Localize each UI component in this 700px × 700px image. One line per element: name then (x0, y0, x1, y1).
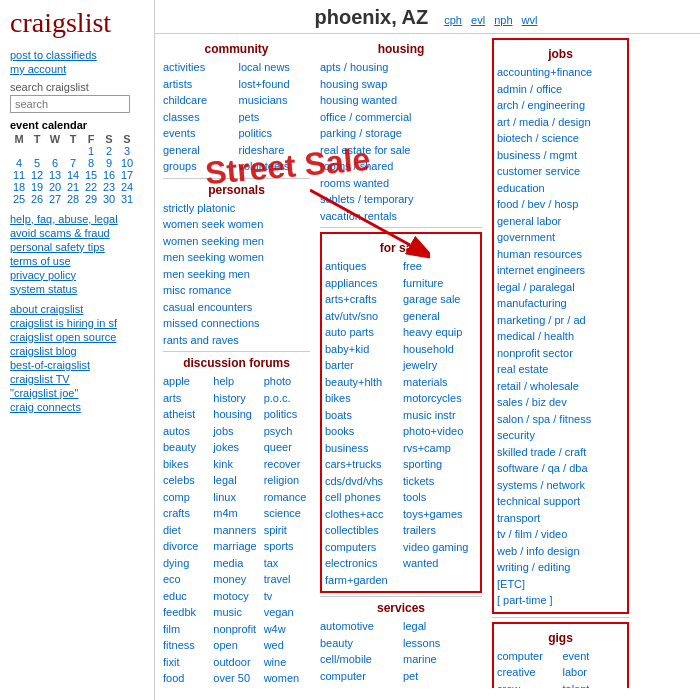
list-item[interactable]: groups (163, 158, 235, 175)
search-input[interactable] (10, 95, 130, 113)
list-item[interactable]: celebs (163, 472, 209, 489)
list-item[interactable]: legal (213, 472, 259, 489)
list-item[interactable]: sublets / temporary (320, 191, 482, 208)
list-item[interactable]: business / mgmt (497, 147, 624, 164)
list-item[interactable]: general (163, 142, 235, 159)
list-item[interactable]: diet (163, 522, 209, 539)
list-item[interactable]: apple (163, 373, 209, 390)
list-item[interactable]: crafts (163, 505, 209, 522)
list-item[interactable]: toys+games (403, 506, 477, 523)
list-item[interactable]: travel (264, 571, 310, 588)
list-item[interactable]: history (213, 390, 259, 407)
list-item[interactable]: beauty (163, 439, 209, 456)
list-item[interactable]: arts+crafts (325, 291, 399, 308)
list-item[interactable]: beauty (320, 635, 399, 652)
calendar-day[interactable]: 23 (100, 181, 118, 193)
list-item[interactable]: accounting+finance (497, 64, 624, 81)
list-item[interactable]: women (264, 670, 310, 687)
list-item[interactable]: rvs+camp (403, 440, 477, 457)
sidebar-bot-link[interactable]: craig connects (10, 401, 144, 413)
calendar-day[interactable]: 18 (10, 181, 28, 193)
calendar-day[interactable]: 4 (10, 157, 28, 169)
calendar-day[interactable]: 20 (46, 181, 64, 193)
sidebar-mid-link[interactable]: personal safety tips (10, 241, 144, 253)
list-item[interactable]: computer (320, 668, 399, 685)
list-item[interactable]: computer (497, 648, 559, 665)
list-item[interactable]: sales / biz dev (497, 394, 624, 411)
list-item[interactable]: software / qa / dba (497, 460, 624, 477)
list-item[interactable]: event (563, 648, 625, 665)
list-item[interactable]: marine (403, 651, 482, 668)
sidebar-mid-link[interactable]: help, faq, abuse, legal (10, 213, 144, 225)
list-item[interactable]: wed (264, 637, 310, 654)
list-item[interactable]: government (497, 229, 624, 246)
list-item[interactable]: parking / storage (320, 125, 482, 142)
list-item[interactable]: legal / paralegal (497, 279, 624, 296)
calendar-day[interactable]: 2 (100, 145, 118, 157)
list-item[interactable]: local news (239, 59, 311, 76)
list-item[interactable]: politics (264, 406, 310, 423)
list-item[interactable]: jokes (213, 439, 259, 456)
list-item[interactable]: appliances (325, 275, 399, 292)
list-item[interactable]: sports (264, 538, 310, 555)
sidebar-bot-link[interactable]: craigslist TV (10, 373, 144, 385)
list-item[interactable]: medical / health (497, 328, 624, 345)
list-item[interactable]: women seeking men (163, 233, 310, 250)
calendar-day[interactable]: 25 (10, 193, 28, 205)
list-item[interactable]: casual encounters (163, 299, 310, 316)
list-item[interactable]: money (213, 571, 259, 588)
list-item[interactable]: books (325, 423, 399, 440)
list-item[interactable]: creative (497, 664, 559, 681)
list-item[interactable]: heavy equip (403, 324, 477, 341)
list-item[interactable]: nonprofit sector (497, 345, 624, 362)
list-item[interactable]: arch / engineering (497, 97, 624, 114)
list-item[interactable]: music (213, 604, 259, 621)
list-item[interactable]: garage sale (403, 291, 477, 308)
calendar-day[interactable]: 14 (64, 169, 82, 181)
list-item[interactable]: volunteers (239, 158, 311, 175)
city-link-evl[interactable]: evl (471, 14, 485, 26)
list-item[interactable]: romance (264, 489, 310, 506)
list-item[interactable]: collectibles (325, 522, 399, 539)
list-item[interactable]: internet engineers (497, 262, 624, 279)
list-item[interactable]: eco (163, 571, 209, 588)
list-item[interactable]: events (163, 125, 235, 142)
list-item[interactable]: boats (325, 407, 399, 424)
calendar-day[interactable]: 31 (118, 193, 136, 205)
list-item[interactable]: apts / housing (320, 59, 482, 76)
list-item[interactable]: musicians (239, 92, 311, 109)
list-item[interactable]: bikes (163, 456, 209, 473)
list-item[interactable]: divorce (163, 538, 209, 555)
my-account-link[interactable]: my account (10, 63, 144, 75)
list-item[interactable]: women seek women (163, 216, 310, 233)
list-item[interactable]: customer service (497, 163, 624, 180)
calendar-day[interactable]: 11 (10, 169, 28, 181)
list-item[interactable]: biotech / science (497, 130, 624, 147)
list-item[interactable]: housing (213, 406, 259, 423)
list-item[interactable]: labor (563, 664, 625, 681)
calendar-day[interactable]: 24 (118, 181, 136, 193)
list-item[interactable]: education (497, 180, 624, 197)
list-item[interactable]: misc romance (163, 282, 310, 299)
list-item[interactable]: security (497, 427, 624, 444)
list-item[interactable]: tools (403, 489, 477, 506)
sidebar-bot-link[interactable]: craigslist open source (10, 331, 144, 343)
list-item[interactable]: men seeking women (163, 249, 310, 266)
list-item[interactable]: music instr (403, 407, 477, 424)
list-item[interactable]: talent (563, 681, 625, 689)
list-item[interactable]: photo (264, 373, 310, 390)
list-item[interactable]: salon / spa / fitness (497, 411, 624, 428)
list-item[interactable]: web / info design (497, 543, 624, 560)
calendar-day[interactable]: 13 (46, 169, 64, 181)
calendar-day[interactable]: 27 (46, 193, 64, 205)
list-item[interactable]: retail / wholesale (497, 378, 624, 395)
calendar-day[interactable]: 6 (46, 157, 64, 169)
list-item[interactable]: human resources (497, 246, 624, 263)
list-item[interactable]: arts (163, 390, 209, 407)
list-item[interactable]: general labor (497, 213, 624, 230)
calendar-day[interactable]: 5 (28, 157, 46, 169)
list-item[interactable]: trailers (403, 522, 477, 539)
list-item[interactable]: pet (403, 668, 482, 685)
list-item[interactable]: wanted (403, 555, 477, 572)
calendar-day[interactable]: 26 (28, 193, 46, 205)
